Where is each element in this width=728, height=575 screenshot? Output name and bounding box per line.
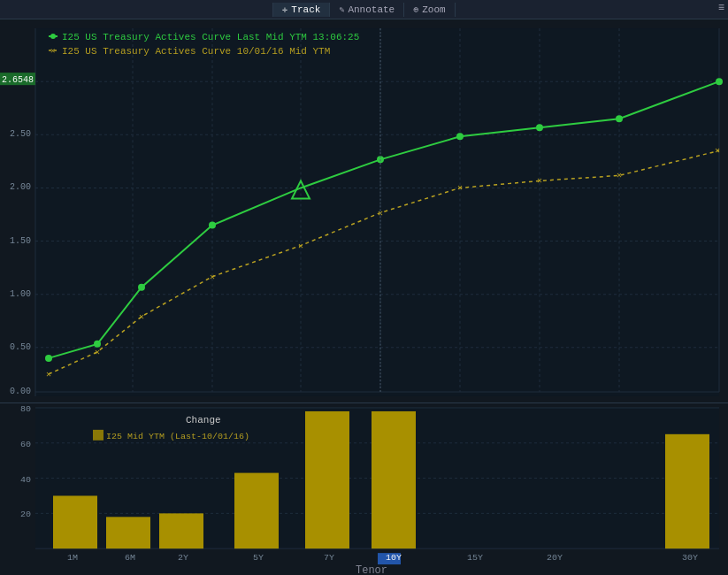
app: ✛ Track ✎ Annotate ⊕ Zoom ≡: [0, 0, 728, 575]
svg-text:10Y: 10Y: [386, 553, 402, 563]
svg-text:40: 40: [20, 475, 31, 485]
svg-text:2Y: 2Y: [178, 553, 188, 563]
settings-button[interactable]: ≡: [718, 2, 724, 14]
track-button[interactable]: ✛ Track: [272, 3, 330, 17]
svg-text:I25 US Treasury Actives Curve : I25 US Treasury Actives Curve Last Mid Y…: [62, 32, 359, 42]
annotate-icon: ✎: [339, 4, 344, 15]
svg-text:1.50: 1.50: [10, 236, 31, 246]
svg-text:20: 20: [20, 510, 31, 519]
svg-text:60: 60: [20, 440, 31, 449]
svg-text:I25 US Treasury Actives Curve : I25 US Treasury Actives Curve 10/01/16 M…: [62, 46, 330, 57]
svg-text:Change: Change: [186, 415, 221, 426]
main-chart: 3.00 2.50 2.00 1.50 1.00 0.50 0.00 ✕ ✕ ✕…: [0, 19, 728, 402]
svg-text:✕: ✕: [537, 176, 542, 186]
svg-text:15Y: 15Y: [467, 553, 483, 563]
svg-text:✕: ✕: [298, 242, 303, 251]
svg-text:0.50: 0.50: [10, 342, 31, 352]
svg-text:0.00: 0.00: [10, 387, 31, 396]
svg-rect-71: [234, 473, 279, 549]
zoom-label: Zoom: [422, 4, 445, 15]
svg-text:6M: 6M: [125, 553, 135, 563]
svg-text:Tenor: Tenor: [356, 564, 387, 575]
svg-point-36: [94, 341, 101, 348]
svg-text:✕: ✕: [95, 348, 100, 357]
bottom-chart: 80 60 40 20 Change I25 Mid YTM (Last-10/…: [0, 402, 728, 575]
track-icon: ✛: [282, 4, 287, 15]
svg-text:2.6548: 2.6548: [2, 75, 34, 85]
svg-point-35: [45, 355, 52, 362]
svg-text:7Y: 7Y: [324, 553, 334, 563]
svg-text:✕: ✕: [46, 370, 51, 380]
svg-point-37: [138, 284, 145, 291]
annotate-label: Annotate: [348, 4, 395, 15]
bottom-chart-svg: 80 60 40 20 Change I25 Mid YTM (Last-10/…: [0, 403, 728, 575]
svg-point-46: [50, 34, 56, 39]
svg-text:✕: ✕: [50, 46, 55, 56]
svg-point-42: [536, 124, 543, 131]
svg-rect-66: [93, 430, 103, 441]
svg-point-41: [456, 133, 464, 140]
svg-rect-69: [106, 517, 150, 548]
svg-rect-68: [53, 495, 97, 548]
svg-text:✕: ✕: [715, 146, 720, 156]
zoom-button[interactable]: ⊕ Zoom: [404, 3, 455, 17]
annotate-button[interactable]: ✎ Annotate: [330, 3, 404, 17]
track-label: Track: [291, 4, 320, 15]
svg-text:✕: ✕: [457, 183, 463, 193]
svg-text:5Y: 5Y: [253, 553, 264, 563]
zoom-icon: ⊕: [413, 4, 418, 15]
svg-text:20Y: 20Y: [547, 553, 563, 563]
svg-text:2.00: 2.00: [10, 182, 31, 192]
svg-text:✕: ✕: [210, 272, 215, 282]
svg-text:✕: ✕: [617, 171, 622, 180]
toolbar: ✛ Track ✎ Annotate ⊕ Zoom ≡: [0, 0, 728, 19]
svg-text:I25 Mid YTM (Last-10/01/16): I25 Mid YTM (Last-10/01/16): [106, 432, 249, 441]
svg-text:2.50: 2.50: [10, 129, 31, 139]
svg-rect-72: [305, 411, 349, 548]
svg-text:1M: 1M: [67, 553, 78, 563]
svg-text:✕: ✕: [139, 312, 144, 322]
svg-point-43: [616, 115, 623, 122]
svg-point-44: [716, 78, 723, 85]
svg-rect-74: [665, 434, 709, 548]
svg-rect-70: [159, 513, 203, 548]
svg-text:30Y: 30Y: [682, 553, 698, 563]
svg-text:1.00: 1.00: [10, 289, 31, 299]
svg-rect-73: [372, 411, 416, 548]
svg-text:80: 80: [20, 404, 31, 414]
main-chart-svg: 3.00 2.50 2.00 1.50 1.00 0.50 0.00 ✕ ✕ ✕…: [0, 19, 728, 402]
svg-point-38: [209, 222, 216, 229]
